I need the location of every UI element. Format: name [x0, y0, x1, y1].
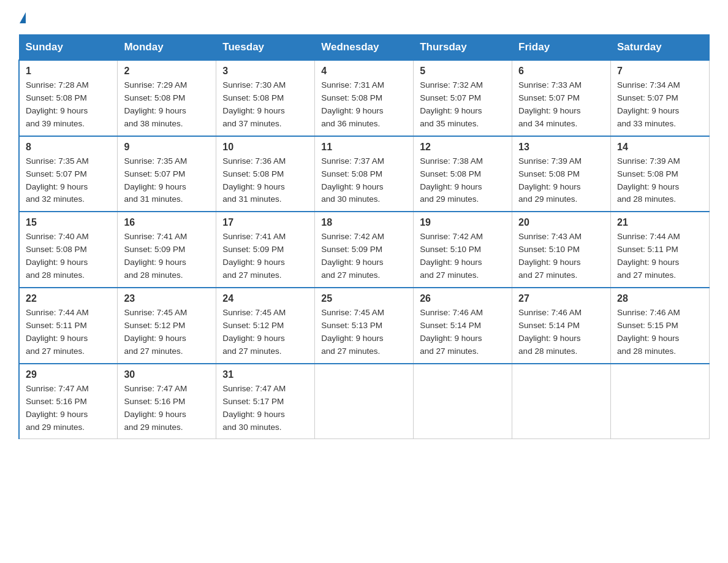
day-number: 20	[518, 217, 604, 228]
day-info: Sunrise: 7:36 AMSunset: 5:08 PMDaylight:…	[222, 156, 286, 204]
day-number: 3	[222, 66, 308, 77]
column-header-wednesday: Wednesday	[315, 35, 414, 61]
calendar-cell: 28Sunrise: 7:46 AMSunset: 5:15 PMDayligh…	[611, 288, 710, 364]
column-header-sunday: Sunday	[19, 35, 118, 61]
calendar-cell: 31Sunrise: 7:47 AMSunset: 5:17 PMDayligh…	[216, 364, 315, 439]
day-info: Sunrise: 7:44 AMSunset: 5:11 PMDaylight:…	[26, 308, 89, 356]
calendar-cell: 10Sunrise: 7:36 AMSunset: 5:08 PMDayligh…	[216, 136, 315, 212]
day-info: Sunrise: 7:30 AMSunset: 5:08 PMDaylight:…	[222, 80, 286, 128]
day-number: 30	[124, 369, 210, 380]
calendar-cell: 20Sunrise: 7:43 AMSunset: 5:10 PMDayligh…	[512, 212, 611, 288]
day-info: Sunrise: 7:38 AMSunset: 5:08 PMDaylight:…	[420, 156, 483, 204]
day-info: Sunrise: 7:28 AMSunset: 5:08 PMDaylight:…	[26, 80, 89, 128]
day-number: 6	[518, 66, 604, 77]
day-number: 7	[617, 66, 703, 77]
day-number: 16	[124, 217, 210, 228]
day-info: Sunrise: 7:40 AMSunset: 5:08 PMDaylight:…	[26, 232, 89, 280]
day-info: Sunrise: 7:47 AMSunset: 5:16 PMDaylight:…	[124, 384, 187, 432]
day-info: Sunrise: 7:45 AMSunset: 5:13 PMDaylight:…	[321, 308, 384, 356]
day-info: Sunrise: 7:46 AMSunset: 5:15 PMDaylight:…	[617, 308, 680, 356]
calendar-week-row: 29Sunrise: 7:47 AMSunset: 5:16 PMDayligh…	[19, 364, 710, 439]
calendar-cell: 8Sunrise: 7:35 AMSunset: 5:07 PMDaylight…	[19, 136, 118, 212]
calendar-cell: 27Sunrise: 7:46 AMSunset: 5:14 PMDayligh…	[512, 288, 611, 364]
calendar-cell: 14Sunrise: 7:39 AMSunset: 5:08 PMDayligh…	[611, 136, 710, 212]
day-info: Sunrise: 7:47 AMSunset: 5:17 PMDaylight:…	[222, 384, 286, 432]
calendar-week-row: 1Sunrise: 7:28 AMSunset: 5:08 PMDaylight…	[19, 60, 710, 136]
calendar-cell: 29Sunrise: 7:47 AMSunset: 5:16 PMDayligh…	[19, 364, 118, 439]
day-info: Sunrise: 7:43 AMSunset: 5:10 PMDaylight:…	[518, 232, 582, 280]
calendar-cell	[414, 364, 512, 439]
day-info: Sunrise: 7:42 AMSunset: 5:10 PMDaylight:…	[420, 232, 483, 280]
day-info: Sunrise: 7:41 AMSunset: 5:09 PMDaylight:…	[124, 232, 187, 280]
day-info: Sunrise: 7:29 AMSunset: 5:08 PMDaylight:…	[124, 80, 187, 128]
day-info: Sunrise: 7:32 AMSunset: 5:07 PMDaylight:…	[420, 80, 483, 128]
day-info: Sunrise: 7:35 AMSunset: 5:07 PMDaylight:…	[26, 156, 89, 204]
day-info: Sunrise: 7:31 AMSunset: 5:08 PMDaylight:…	[321, 80, 384, 128]
column-header-saturday: Saturday	[611, 35, 710, 61]
page-header	[18, 12, 710, 22]
calendar-cell: 7Sunrise: 7:34 AMSunset: 5:07 PMDaylight…	[611, 60, 710, 136]
day-info: Sunrise: 7:47 AMSunset: 5:16 PMDaylight:…	[26, 384, 89, 432]
day-number: 5	[420, 66, 506, 77]
day-number: 2	[124, 66, 210, 77]
day-number: 31	[222, 369, 308, 380]
calendar-cell	[512, 364, 611, 439]
calendar-week-row: 22Sunrise: 7:44 AMSunset: 5:11 PMDayligh…	[19, 288, 710, 364]
day-number: 29	[26, 369, 111, 380]
day-number: 10	[222, 142, 308, 153]
day-number: 25	[321, 293, 407, 304]
day-number: 18	[321, 217, 407, 228]
day-info: Sunrise: 7:34 AMSunset: 5:07 PMDaylight:…	[617, 80, 680, 128]
calendar-cell: 19Sunrise: 7:42 AMSunset: 5:10 PMDayligh…	[414, 212, 512, 288]
day-info: Sunrise: 7:35 AMSunset: 5:07 PMDaylight:…	[124, 156, 187, 204]
calendar-cell: 1Sunrise: 7:28 AMSunset: 5:08 PMDaylight…	[19, 60, 118, 136]
day-number: 9	[124, 142, 210, 153]
day-number: 13	[518, 142, 604, 153]
calendar-cell: 5Sunrise: 7:32 AMSunset: 5:07 PMDaylight…	[414, 60, 512, 136]
calendar-table: SundayMondayTuesdayWednesdayThursdayFrid…	[18, 34, 710, 439]
logo	[18, 12, 26, 22]
day-info: Sunrise: 7:46 AMSunset: 5:14 PMDaylight:…	[518, 308, 582, 356]
day-number: 19	[420, 217, 506, 228]
calendar-week-row: 8Sunrise: 7:35 AMSunset: 5:07 PMDaylight…	[19, 136, 710, 212]
calendar-cell: 17Sunrise: 7:41 AMSunset: 5:09 PMDayligh…	[216, 212, 315, 288]
column-header-friday: Friday	[512, 35, 611, 61]
day-number: 1	[26, 66, 111, 77]
day-info: Sunrise: 7:39 AMSunset: 5:08 PMDaylight:…	[518, 156, 582, 204]
day-info: Sunrise: 7:44 AMSunset: 5:11 PMDaylight:…	[617, 232, 680, 280]
day-info: Sunrise: 7:37 AMSunset: 5:08 PMDaylight:…	[321, 156, 384, 204]
day-number: 17	[222, 217, 308, 228]
day-info: Sunrise: 7:41 AMSunset: 5:09 PMDaylight:…	[222, 232, 286, 280]
calendar-cell: 4Sunrise: 7:31 AMSunset: 5:08 PMDaylight…	[315, 60, 414, 136]
calendar-cell: 6Sunrise: 7:33 AMSunset: 5:07 PMDaylight…	[512, 60, 611, 136]
day-number: 23	[124, 293, 210, 304]
calendar-cell: 9Sunrise: 7:35 AMSunset: 5:07 PMDaylight…	[118, 136, 216, 212]
day-number: 22	[26, 293, 111, 304]
calendar-cell: 23Sunrise: 7:45 AMSunset: 5:12 PMDayligh…	[118, 288, 216, 364]
calendar-cell: 2Sunrise: 7:29 AMSunset: 5:08 PMDaylight…	[118, 60, 216, 136]
calendar-week-row: 15Sunrise: 7:40 AMSunset: 5:08 PMDayligh…	[19, 212, 710, 288]
day-number: 12	[420, 142, 506, 153]
column-header-monday: Monday	[118, 35, 216, 61]
day-number: 26	[420, 293, 506, 304]
calendar-cell: 3Sunrise: 7:30 AMSunset: 5:08 PMDaylight…	[216, 60, 315, 136]
calendar-cell: 25Sunrise: 7:45 AMSunset: 5:13 PMDayligh…	[315, 288, 414, 364]
day-number: 15	[26, 217, 111, 228]
calendar-cell: 21Sunrise: 7:44 AMSunset: 5:11 PMDayligh…	[611, 212, 710, 288]
column-header-thursday: Thursday	[414, 35, 512, 61]
calendar-cell	[315, 364, 414, 439]
day-number: 8	[26, 142, 111, 153]
day-info: Sunrise: 7:33 AMSunset: 5:07 PMDaylight:…	[518, 80, 582, 128]
logo-triangle-icon	[20, 12, 26, 23]
calendar-cell: 26Sunrise: 7:46 AMSunset: 5:14 PMDayligh…	[414, 288, 512, 364]
day-info: Sunrise: 7:39 AMSunset: 5:08 PMDaylight:…	[617, 156, 680, 204]
day-info: Sunrise: 7:45 AMSunset: 5:12 PMDaylight:…	[124, 308, 187, 356]
day-number: 21	[617, 217, 703, 228]
calendar-cell: 16Sunrise: 7:41 AMSunset: 5:09 PMDayligh…	[118, 212, 216, 288]
day-info: Sunrise: 7:45 AMSunset: 5:12 PMDaylight:…	[222, 308, 286, 356]
calendar-cell: 13Sunrise: 7:39 AMSunset: 5:08 PMDayligh…	[512, 136, 611, 212]
calendar-cell: 12Sunrise: 7:38 AMSunset: 5:08 PMDayligh…	[414, 136, 512, 212]
calendar-cell: 15Sunrise: 7:40 AMSunset: 5:08 PMDayligh…	[19, 212, 118, 288]
calendar-header: SundayMondayTuesdayWednesdayThursdayFrid…	[19, 35, 710, 61]
day-number: 28	[617, 293, 703, 304]
